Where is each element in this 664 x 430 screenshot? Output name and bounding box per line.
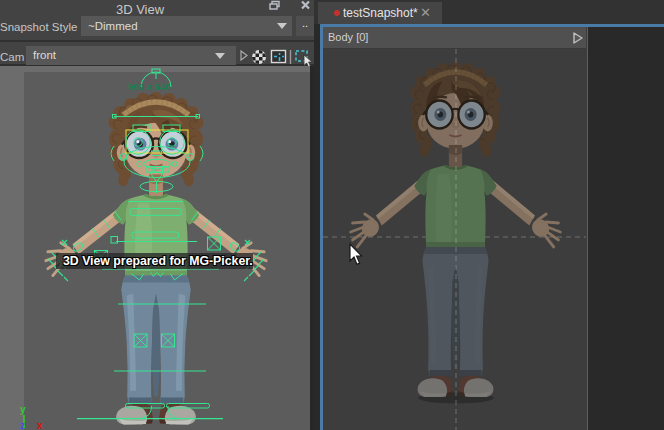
- svg-text:960 x 540: 960 x 540: [128, 81, 170, 92]
- svg-text:y: y: [20, 404, 26, 415]
- svg-text:x: x: [37, 420, 43, 430]
- svg-text:z: z: [20, 420, 25, 430]
